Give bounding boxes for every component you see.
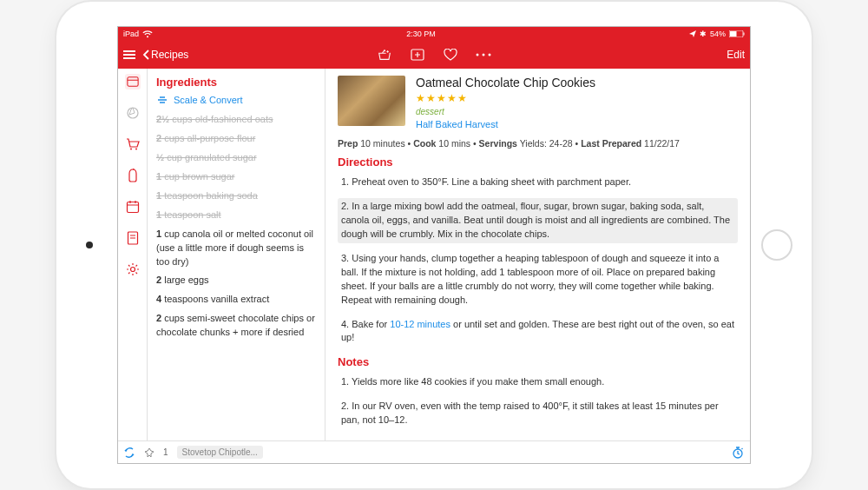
ingredients-title: Ingredients — [156, 76, 316, 89]
ingredient-item[interactable]: 4 teaspoons vanilla extract — [156, 293, 316, 307]
direction-step[interactable]: 3. Using your hands, clump together a he… — [338, 250, 738, 309]
ingredient-item[interactable]: 1 cup brown sugar — [156, 170, 316, 184]
ingredients-panel: Ingredients Scale & Convert 2½ cups old-… — [148, 69, 326, 440]
pin-icon[interactable] — [144, 447, 155, 458]
svg-rect-12 — [127, 202, 138, 213]
svg-point-14 — [130, 268, 135, 272]
sidebar-menu-icon[interactable] — [125, 230, 141, 246]
source-link[interactable]: Half Baked Harvest — [416, 119, 595, 129]
home-button[interactable] — [761, 229, 792, 261]
app-screen: iPad 2:30 PM ✱ 54% — [117, 26, 751, 464]
carrier-label: iPad — [123, 30, 139, 38]
svg-rect-8 — [127, 77, 137, 87]
add-icon[interactable] — [410, 47, 425, 63]
sidebar — [118, 69, 148, 440]
sidebar-pantry-icon[interactable] — [125, 168, 141, 183]
direction-step[interactable]: 2. In a large mixing bowl add the oatmea… — [338, 198, 738, 243]
back-label: Recipes — [151, 49, 188, 61]
recipe-header: Oatmeal Chocolate Chip Cookies ★★★★★ des… — [338, 76, 738, 129]
svg-point-10 — [130, 149, 132, 150]
scale-icon — [156, 94, 168, 106]
rating-stars[interactable]: ★★★★★ — [416, 92, 595, 104]
timer-link[interactable]: 10-12 minutes — [390, 319, 450, 329]
ingredient-item[interactable]: 1 teaspoon baking soda — [156, 189, 316, 203]
direction-step[interactable]: 4. Bake for 10-12 minutes or until set a… — [338, 316, 738, 348]
recipe-title: Oatmeal Chocolate Chip Cookies — [416, 76, 595, 89]
svg-point-11 — [135, 149, 137, 150]
sync-icon[interactable] — [123, 447, 135, 459]
category-label[interactable]: dessert — [416, 107, 595, 116]
scale-convert-label: Scale & Convert — [174, 95, 242, 105]
wifi-icon — [142, 30, 153, 38]
svg-rect-1 — [730, 31, 737, 36]
more-icon[interactable] — [476, 47, 491, 63]
battery-label: 54% — [710, 30, 726, 38]
timer-icon[interactable] — [731, 446, 745, 460]
recipe-image[interactable] — [338, 76, 405, 126]
bottom-bar: 1 Stovetop Chipotle... — [118, 440, 750, 463]
nav-bar: Recipes Edit — [118, 41, 750, 69]
pin-count: 1 — [163, 447, 168, 457]
svg-point-7 — [489, 54, 491, 56]
sidebar-settings-icon[interactable] — [125, 262, 141, 277]
back-button[interactable]: Recipes — [142, 49, 188, 61]
ipad-frame: iPad 2:30 PM ✱ 54% — [56, 2, 812, 488]
ingredient-item[interactable]: ½ cup granulated sugar — [156, 151, 316, 165]
scale-convert-button[interactable]: Scale & Convert — [156, 94, 316, 106]
sidebar-meal-plan-icon[interactable] — [125, 199, 141, 215]
ingredient-item[interactable]: 2 cups semi-sweet chocolate chips or cho… — [156, 312, 316, 340]
direction-step[interactable]: 1. Preheat oven to 350°F. Line a baking … — [338, 174, 738, 191]
recipe-meta-row: Prep 10 minutes • Cook 10 mins • Serving… — [338, 138, 738, 149]
ingredients-list: 2½ cups old-fashioned oats2 cups all-pur… — [156, 113, 316, 340]
status-bar: iPad 2:30 PM ✱ 54% — [118, 27, 750, 41]
svg-rect-2 — [744, 33, 745, 36]
clock-label: 2:30 PM — [406, 30, 436, 38]
directions-list: 1. Preheat oven to 350°F. Line a baking … — [338, 174, 738, 347]
sidebar-recipe-icon[interactable] — [125, 74, 141, 89]
basket-icon[interactable] — [377, 47, 392, 63]
favorite-icon[interactable] — [443, 47, 458, 63]
hamburger-menu-icon[interactable] — [123, 50, 135, 59]
ingredient-item[interactable]: 1 cup canola oil or melted coconut oil (… — [156, 228, 316, 269]
svg-point-5 — [477, 54, 479, 56]
note-item: 2. In our RV oven, even with the temp ra… — [338, 398, 738, 429]
ingredient-item[interactable]: 1 teaspoon salt — [156, 209, 316, 222]
chevron-left-icon — [142, 50, 149, 60]
sidebar-browse-icon[interactable] — [125, 105, 141, 121]
directions-title: Directions — [338, 156, 738, 169]
svg-point-9 — [128, 108, 138, 118]
pinned-recipe-chip[interactable]: Stovetop Chipotle... — [177, 446, 263, 459]
gps-icon — [689, 30, 696, 37]
content-area: Ingredients Scale & Convert 2½ cups old-… — [118, 69, 750, 440]
ingredient-item[interactable]: 2½ cups old-fashioned oats — [156, 113, 316, 127]
ingredient-item[interactable]: 2 large eggs — [156, 274, 316, 288]
bluetooth-icon: ✱ — [700, 30, 707, 38]
ingredient-item[interactable]: 2 cups all-purpose flour — [156, 132, 316, 146]
battery-icon — [729, 30, 745, 37]
notes-title: Notes — [338, 355, 738, 368]
recipe-panel: Oatmeal Chocolate Chip Cookies ★★★★★ des… — [326, 69, 750, 440]
pinned-recipe-label: Stovetop Chipotle... — [182, 447, 258, 457]
notes-list: 1. Yields more like 48 cookies if you ma… — [338, 374, 738, 440]
camera-dot — [86, 242, 93, 248]
svg-point-6 — [483, 54, 485, 56]
note-item: 1. Yields more like 48 cookies if you ma… — [338, 374, 738, 391]
sidebar-groceries-icon[interactable] — [125, 136, 141, 152]
edit-button[interactable]: Edit — [727, 49, 745, 61]
